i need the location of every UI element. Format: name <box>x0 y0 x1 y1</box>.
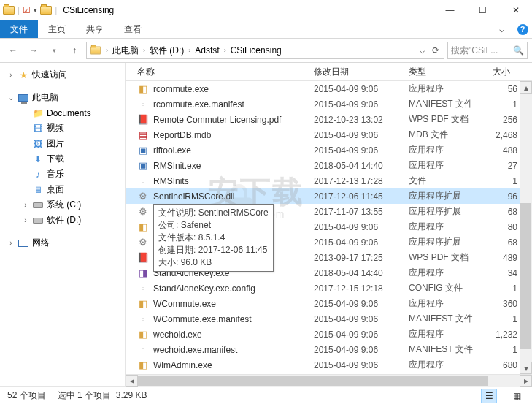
file-name: WCommute.exe.manifest <box>153 314 252 324</box>
sidebar-item[interactable]: ⬇下载 <box>0 151 125 167</box>
tree-caret[interactable]: › <box>22 201 29 209</box>
table-row[interactable]: ▫RMSInits2017-12-13 17:28文件1 <box>126 173 532 188</box>
sidebar-item-label: 图片 <box>47 137 64 150</box>
file-type: CONFIG 文件 <box>409 282 493 294</box>
file-date: 2015-04-09 9:06 <box>314 345 409 355</box>
ribbon-tabs: 文件 主页 共享 查看 ⌵ ? <box>0 20 532 39</box>
chevron-right-icon[interactable]: › <box>140 47 148 54</box>
sidebar-item[interactable]: 📁Documents <box>0 105 125 121</box>
sidebar-item-label: Documents <box>47 108 91 118</box>
search-input[interactable]: 搜索"CSiL... 🔍 <box>447 42 528 59</box>
file-date: 2015-04-09 9:06 <box>314 99 409 110</box>
file-date: 2017-11-07 13:55 <box>314 207 409 217</box>
file-type-icon: 📕 <box>137 252 149 264</box>
file-type-icon: ▫ <box>137 344 149 356</box>
sidebar-item[interactable]: 🎞视频 <box>0 121 125 136</box>
column-size[interactable]: 大小 <box>493 66 532 78</box>
chevron-right-icon[interactable]: › <box>185 47 193 54</box>
chevron-right-icon[interactable]: › <box>7 71 15 79</box>
chevron-right-icon[interactable]: › <box>7 239 15 247</box>
sidebar-network[interactable]: › 网络 <box>0 235 125 251</box>
status-item-count: 52 个项目 <box>7 389 46 402</box>
tab-home[interactable]: 主页 <box>38 20 76 38</box>
nav-forward-button[interactable]: → <box>25 42 42 59</box>
minimize-button[interactable]: — <box>433 0 466 20</box>
sidebar-item[interactable]: ›软件 (D:) <box>0 213 125 228</box>
sidebar-item[interactable]: ›系统 (C:) <box>0 197 125 213</box>
breadcrumb-pc[interactable]: 此电脑 <box>111 45 140 57</box>
table-row[interactable]: ◧rcommute.exe2015-04-09 9:06应用程序56 <box>126 81 532 96</box>
sidebar-item[interactable]: ♪音乐 <box>0 167 125 182</box>
table-row[interactable]: ▫WCommute.exe.manifest2015-04-09 9:06MAN… <box>126 311 532 327</box>
qat-dropdown-icon[interactable]: ▾ <box>34 7 37 14</box>
sidebar-item[interactable]: 🖥桌面 <box>0 182 125 197</box>
scroll-thumb[interactable] <box>520 203 531 349</box>
sidebar-item[interactable]: 🖼图片 <box>0 136 125 151</box>
tab-view[interactable]: 查看 <box>114 20 152 38</box>
sidebar-item-label: 桌面 <box>47 183 64 196</box>
address-bar[interactable]: › 此电脑 › 软件 (D:) › Adsfsf › CSiLicensing … <box>86 42 444 59</box>
file-name: SentinelRMSCore.dll <box>153 191 234 202</box>
file-date: 2015-04-09 9:06 <box>314 237 409 248</box>
tab-share[interactable]: 共享 <box>76 20 114 38</box>
chevron-right-icon[interactable]: › <box>221 47 229 54</box>
table-row[interactable]: ⚙SentinelRMSCore.dll2017-12-06 11:45应用程序… <box>126 188 532 204</box>
horizontal-scrollbar[interactable]: ◂ ▸ <box>126 374 532 386</box>
table-row[interactable]: ▫rcommute.exe.manifest2015-04-09 9:06MAN… <box>126 96 532 112</box>
vertical-scrollbar[interactable]: ▴ ▾ <box>520 81 532 374</box>
address-row: ← → ▾ ↑ › 此电脑 › 软件 (D:) › Adsfsf › CSiLi… <box>0 39 532 63</box>
close-button[interactable]: ✕ <box>499 0 532 20</box>
sidebar-item-label: 系统 (C:) <box>47 199 81 211</box>
breadcrumb-folder2[interactable]: CSiLicensing <box>229 45 283 56</box>
chevron-right-icon[interactable]: › <box>103 47 111 54</box>
view-icons-button[interactable]: ▦ <box>509 389 525 403</box>
maximize-button[interactable]: ☐ <box>466 0 499 20</box>
chevron-down-icon[interactable]: ⌄ <box>7 94 15 102</box>
scroll-right-button[interactable]: ▸ <box>520 375 532 387</box>
scroll-thumb[interactable] <box>138 376 488 386</box>
table-row[interactable]: ◧WlmAdmin.exe2015-04-09 9:06应用程序680 <box>126 357 532 373</box>
file-type: MDB 文件 <box>409 129 493 141</box>
table-row[interactable]: ◧WCommute.exe2015-04-09 9:06应用程序360 <box>126 296 532 311</box>
tab-file[interactable]: 文件 <box>0 20 38 38</box>
table-row[interactable]: ▫StandAloneKey.exe.config2017-12-15 12:1… <box>126 281 532 296</box>
file-name: wechoid.exe.manifest <box>153 345 237 355</box>
sidebar-quick-access[interactable]: › ★ 快速访问 <box>0 67 125 83</box>
column-date[interactable]: 修改日期 <box>314 66 409 78</box>
scroll-up-button[interactable]: ▴ <box>520 81 532 94</box>
table-row[interactable]: ▫wechoid.exe.manifest2015-04-09 9:06MANI… <box>126 342 532 357</box>
file-type: MANIFEST 文件 <box>409 343 493 356</box>
file-date: 2015-04-09 9:06 <box>314 314 409 324</box>
breadcrumb-folder1[interactable]: Adsfsf <box>193 45 220 56</box>
folder-icon: 🖼 <box>32 138 44 150</box>
file-type: 文件 <box>409 175 493 187</box>
file-name: WlmAdmin.exe <box>153 360 212 370</box>
refresh-button[interactable]: ⟳ <box>428 42 442 58</box>
folder-icon <box>3 4 15 16</box>
address-dropdown-icon[interactable]: ⌵ <box>416 45 428 56</box>
view-details-button[interactable]: ☰ <box>481 389 497 403</box>
scroll-down-button[interactable]: ▾ <box>520 362 532 374</box>
column-name[interactable]: 名称 <box>126 66 314 78</box>
ribbon-expand-button[interactable]: ⌵ <box>490 20 513 38</box>
search-placeholder: 搜索"CSiL... <box>451 45 498 57</box>
scroll-left-button[interactable]: ◂ <box>126 375 138 387</box>
table-row[interactable]: ◧wechoid.exe2015-04-09 9:06应用程序1,232 <box>126 327 532 342</box>
table-row[interactable]: 📕Remote Commuter Licensing.pdf2012-10-23… <box>126 112 532 127</box>
qat-check-icon[interactable]: ☑ <box>23 5 31 15</box>
nav-up-button[interactable]: ↑ <box>66 42 83 59</box>
nav-back-button[interactable]: ← <box>4 42 22 59</box>
column-type[interactable]: 类型 <box>409 66 493 78</box>
table-row[interactable]: ▤ReportDB.mdb2015-04-09 9:06MDB 文件2,468 <box>126 127 532 142</box>
file-type: 应用程序 <box>409 144 493 156</box>
nav-recent-dropdown[interactable]: ▾ <box>45 42 63 59</box>
breadcrumb-drive[interactable]: 软件 (D:) <box>148 45 185 57</box>
sidebar-item-label: 视频 <box>47 122 64 134</box>
table-row[interactable]: ▣RMSInit.exe2018-05-04 14:40应用程序27 <box>126 158 532 173</box>
file-type: 应用程序 <box>409 359 493 371</box>
table-row[interactable]: ▣rlftool.exe2015-04-09 9:06应用程序488 <box>126 142 532 158</box>
sidebar-this-pc[interactable]: ⌄ 此电脑 <box>0 90 125 105</box>
file-type-icon: ▤ <box>137 129 149 141</box>
help-button[interactable]: ? <box>513 20 532 38</box>
tree-caret[interactable]: › <box>22 216 29 224</box>
